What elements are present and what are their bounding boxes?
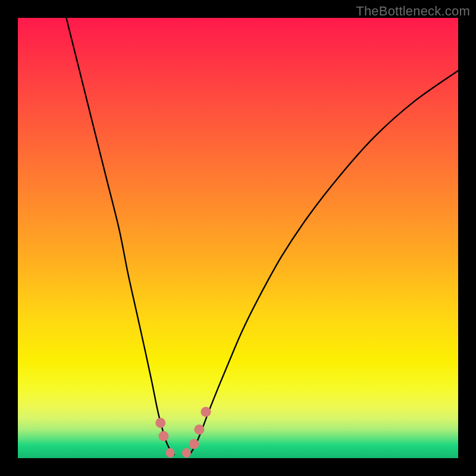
curve-left bbox=[66, 18, 174, 455]
marker-dot bbox=[155, 418, 165, 428]
marker-dot bbox=[189, 439, 199, 449]
marker-dot bbox=[158, 431, 168, 441]
gradient-plot-area bbox=[18, 18, 458, 458]
curve-right bbox=[190, 71, 458, 455]
watermark-text: TheBottleneck.com bbox=[356, 4, 470, 19]
outer-frame: TheBottleneck.com bbox=[0, 0, 476, 476]
marker-bar bbox=[166, 448, 175, 458]
trough-markers bbox=[155, 407, 211, 458]
marker-dot bbox=[194, 424, 204, 434]
curve-layer bbox=[18, 18, 458, 458]
marker-bar bbox=[182, 448, 191, 458]
marker-dot bbox=[201, 407, 211, 417]
